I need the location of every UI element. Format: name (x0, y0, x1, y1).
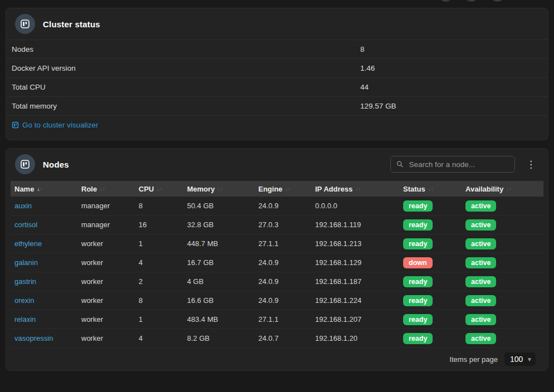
node-role-cell: manager (77, 220, 135, 229)
column-header-availability[interactable]: Availability↓↑ (462, 185, 543, 193)
column-header-memory[interactable]: Memory↓↑ (183, 185, 254, 193)
node-ip-cell: 0.0.0.0 (311, 202, 399, 210)
node-engine-cell: 24.0.9 (254, 277, 311, 286)
status-badge: ready (403, 276, 433, 287)
node-name-cell: vasopressin (11, 334, 77, 342)
sort-arrows-icon: ↓↑ (100, 186, 105, 192)
node-status-cell: ready (399, 238, 462, 249)
node-availability-cell: active (462, 333, 543, 344)
node-engine-cell: 24.0.9 (254, 258, 311, 267)
node-availability-cell: active (462, 276, 543, 287)
status-badge: ready (403, 333, 433, 344)
node-memory-cell: 448.7 MB (183, 239, 254, 248)
node-status-cell: ready (399, 333, 462, 344)
availability-badge: active (465, 219, 496, 231)
node-link[interactable]: orexin (14, 296, 34, 305)
detail-value: 129.57 GB (360, 102, 548, 110)
node-cpu-cell: 8 (135, 296, 183, 305)
node-status-cell: ready (399, 200, 462, 212)
items-per-page-select[interactable]: 100 (504, 352, 536, 366)
column-header-name[interactable]: Name↓↑ (11, 185, 77, 193)
node-ip-cell: 192.168.1.207 (311, 315, 399, 324)
node-name-cell: auxin (11, 202, 77, 210)
detail-label: Total memory (12, 102, 360, 110)
sort-arrows-icon: ↓↑ (428, 186, 434, 192)
node-link[interactable]: galanin (14, 258, 38, 267)
availability-badge: active (465, 257, 496, 268)
availability-badge: active (465, 276, 496, 287)
node-link[interactable]: cortisol (14, 220, 37, 229)
node-name-cell: galanin (11, 258, 77, 267)
node-link[interactable]: vasopressin (14, 334, 53, 342)
node-role-cell: worker (77, 277, 135, 286)
node-engine-cell: 24.0.9 (254, 296, 311, 305)
column-header-ip-address[interactable]: IP Address↓↑ (311, 185, 399, 193)
node-memory-cell: 16.6 GB (183, 296, 254, 305)
status-badge: down (403, 257, 433, 268)
cluster-detail-row: Total CPU44 (6, 77, 548, 96)
node-link[interactable]: relaxin (14, 315, 36, 324)
column-label: IP Address (315, 185, 352, 193)
node-availability-cell: active (462, 238, 543, 249)
node-search-input[interactable] (408, 160, 509, 169)
column-label: CPU (139, 185, 154, 193)
node-link[interactable]: gastrin (14, 277, 36, 286)
cluster-status-title: Cluster status (43, 19, 100, 29)
nodes-table: Name↓↑Role↓↑CPU↓↑Memory↓↑Engine↓↑IP Addr… (11, 181, 543, 370)
node-link[interactable]: auxin (14, 202, 32, 210)
sort-arrows-icon: ↓↑ (37, 186, 42, 192)
node-availability-cell: active (462, 219, 543, 231)
page: Cluster status Nodes8Docker API version1… (0, 0, 554, 371)
node-ip-cell: 192.168.1.129 (311, 258, 399, 267)
column-header-status[interactable]: Status↓↑ (399, 185, 462, 193)
sort-arrows-icon: ↓↑ (285, 186, 291, 192)
nodes-card: Nodes ⋮ Name↓↑Role↓↑CPU↓↑Memory↓↑Engine↓… (6, 148, 548, 371)
node-ip-cell: 192.168.1.119 (311, 220, 399, 229)
status-badge: ready (403, 314, 433, 325)
node-ip-cell: 192.168.1.20 (311, 334, 399, 342)
status-badge: ready (403, 238, 433, 249)
visualizer-icon (12, 121, 19, 129)
panel-icon (15, 154, 35, 174)
node-role-cell: worker (77, 258, 135, 267)
kebab-menu-icon[interactable]: ⋮ (523, 158, 539, 171)
node-cpu-cell: 2 (135, 277, 183, 286)
cluster-detail-table: Nodes8Docker API version1.46Total CPU44T… (6, 40, 548, 115)
node-role-cell: manager (77, 202, 135, 210)
node-name-cell: orexin (11, 296, 77, 305)
availability-badge: active (465, 314, 496, 325)
nodes-table-footer: Items per page 100 ▼ (11, 348, 543, 370)
node-memory-cell: 32.8 GB (183, 220, 254, 229)
availability-badge: active (465, 295, 496, 306)
detail-label: Docker API version (12, 64, 360, 72)
node-memory-cell: 8.2 GB (183, 334, 254, 342)
node-name-cell: gastrin (11, 277, 77, 286)
node-status-cell: down (399, 257, 462, 268)
availability-badge: active (465, 238, 496, 249)
node-row-gastrin: gastrinworker24 GB24.0.9192.168.1.187rea… (11, 272, 543, 291)
status-badge: ready (403, 200, 433, 212)
column-header-cpu[interactable]: CPU↓↑ (135, 185, 183, 193)
node-role-cell: worker (77, 239, 135, 248)
node-status-cell: ready (399, 314, 462, 325)
node-role-cell: worker (77, 296, 135, 305)
node-ip-cell: 192.168.1.213 (311, 239, 399, 248)
column-header-engine[interactable]: Engine↓↑ (254, 185, 311, 193)
node-status-cell: ready (399, 295, 462, 306)
status-badge: ready (403, 219, 433, 231)
node-memory-cell: 4 GB (183, 277, 254, 286)
node-ip-cell: 192.168.1.187 (311, 277, 399, 286)
cluster-visualizer-row: Go to cluster visualizer (6, 115, 548, 134)
go-to-cluster-visualizer-link[interactable]: Go to cluster visualizer (12, 121, 99, 129)
cluster-status-card: Cluster status Nodes8Docker API version1… (6, 8, 548, 140)
node-row-ethylene: ethyleneworker1448.7 MB27.1.1192.168.1.2… (11, 234, 543, 253)
detail-label: Total CPU (12, 83, 360, 91)
column-label: Engine (258, 185, 282, 193)
node-link[interactable]: ethylene (14, 239, 42, 248)
column-header-role[interactable]: Role↓↑ (77, 185, 135, 193)
column-label: Name (14, 185, 34, 193)
column-label: Memory (187, 185, 215, 193)
sort-arrows-icon: ↓↑ (506, 186, 512, 192)
nodes-table-body: auxinmanager850.4 GB24.0.90.0.0.0readyac… (11, 197, 543, 348)
node-cpu-cell: 16 (135, 220, 183, 229)
